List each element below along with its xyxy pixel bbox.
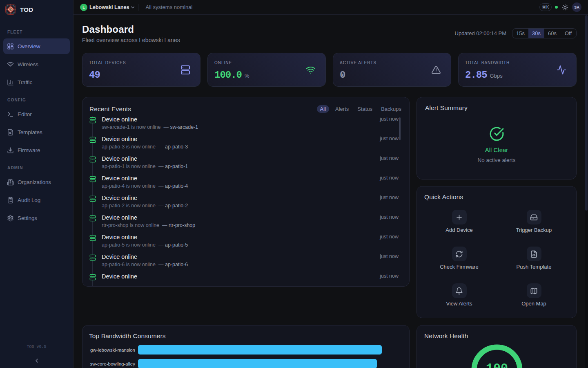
svg-text:100: 100 <box>486 361 508 368</box>
